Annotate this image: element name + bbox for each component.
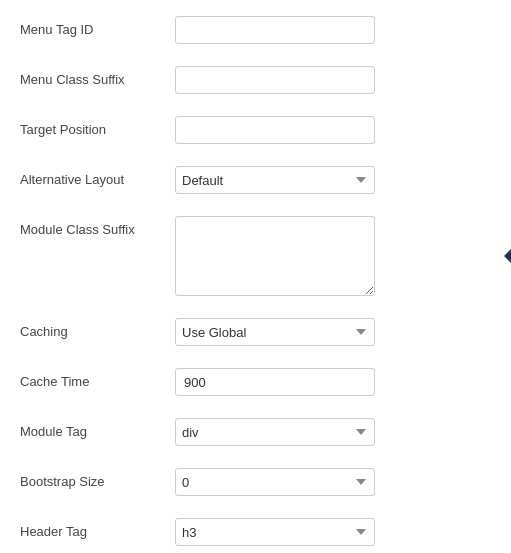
label-caching: Caching (20, 318, 175, 339)
label-alternative-layout: Alternative Layout (20, 166, 175, 187)
select-bootstrap-size[interactable]: 0 (175, 468, 375, 496)
select-wrap-header-tag: h3 (175, 518, 491, 546)
input-menu-tag-id[interactable] (175, 16, 375, 44)
select-module-tag[interactable]: div (175, 418, 375, 446)
field-row-target-position: Target Position (20, 110, 491, 150)
textarea-wrap-module-class-suffix (175, 216, 491, 296)
label-module-class-suffix: Module Class Suffix (20, 216, 175, 237)
input-wrap-cache-time (175, 368, 491, 396)
field-row-menu-tag-id: Menu Tag ID (20, 10, 491, 50)
select-wrap-caching: Use Global (175, 318, 491, 346)
select-wrap-module-tag: div (175, 418, 491, 446)
input-wrap-target-position (175, 116, 491, 144)
select-header-tag[interactable]: h3 (175, 518, 375, 546)
form-container: Menu Tag ID Menu Class Suffix Target Pos… (20, 10, 491, 553)
field-row-module-tag: Module Tag div (20, 412, 491, 452)
field-row-cache-time: Cache Time (20, 362, 491, 402)
label-target-position: Target Position (20, 116, 175, 137)
select-wrap-bootstrap-size: 0 (175, 468, 491, 496)
textarea-module-class-suffix[interactable] (175, 216, 375, 296)
label-module-tag: Module Tag (20, 418, 175, 439)
select-caching[interactable]: Use Global (175, 318, 375, 346)
label-menu-class-suffix: Menu Class Suffix (20, 66, 175, 87)
field-row-caching: Caching Use Global (20, 312, 491, 352)
field-row-module-class-suffix: Module Class Suffix (20, 210, 491, 302)
label-header-tag: Header Tag (20, 518, 175, 539)
input-cache-time[interactable] (175, 368, 375, 396)
label-bootstrap-size: Bootstrap Size (20, 468, 175, 489)
select-alternative-layout[interactable]: Default (175, 166, 375, 194)
input-wrap-menu-tag-id (175, 16, 491, 44)
label-menu-tag-id: Menu Tag ID (20, 16, 175, 37)
field-row-bootstrap-size: Bootstrap Size 0 (20, 462, 491, 502)
select-wrap-alternative-layout: Default (175, 166, 491, 194)
field-row-menu-class-suffix: Menu Class Suffix (20, 60, 491, 100)
input-wrap-menu-class-suffix (175, 66, 491, 94)
label-cache-time: Cache Time (20, 368, 175, 389)
field-row-alternative-layout: Alternative Layout Default (20, 160, 491, 200)
field-row-header-tag: Header Tag h3 (20, 512, 491, 552)
input-menu-class-suffix[interactable] (175, 66, 375, 94)
input-target-position[interactable] (175, 116, 375, 144)
